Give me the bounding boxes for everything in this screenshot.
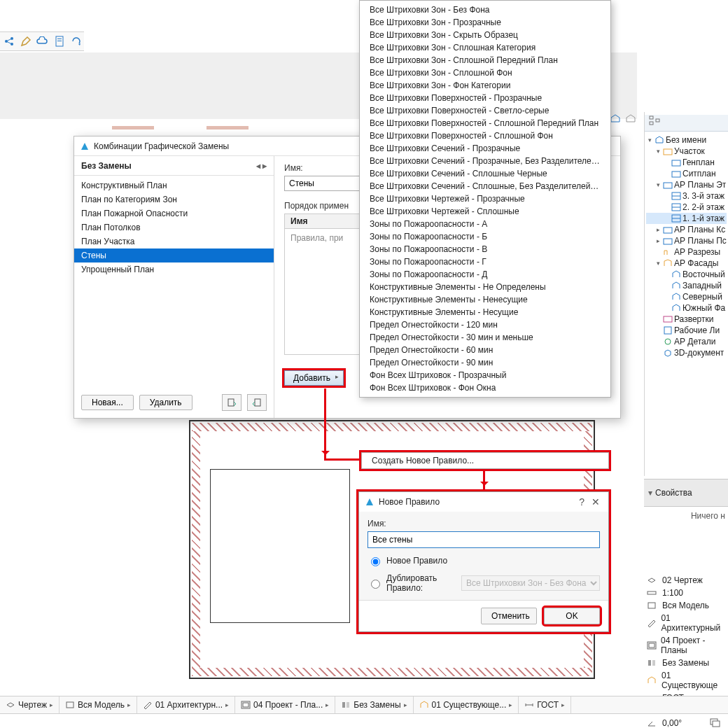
dropdown-item[interactable]: Все Штриховки Поверхностей - Сплошной Пе… — [360, 117, 610, 130]
combinations-list[interactable]: Конструктивный ПланПлан по Категориям Зо… — [74, 176, 274, 279]
status-segment[interactable]: 04 Проект - Пла...▸ — [235, 696, 335, 713]
dropdown-item[interactable]: Все Штриховки Поверхностей - Светло-серы… — [360, 104, 610, 117]
combination-item[interactable]: Стены — [74, 248, 274, 262]
dropdown-item[interactable]: Все Штриховки Сечений - Прозрачные, Без … — [360, 155, 610, 167]
close-icon[interactable]: ✕ — [589, 496, 603, 507]
dropdown-item[interactable]: Все Штриховки Зон - Фон Категории — [360, 79, 610, 92]
export-button[interactable] — [247, 394, 267, 411]
new-combination-button[interactable]: Новая... — [81, 395, 134, 410]
combination-item[interactable]: Конструктивный План — [74, 178, 274, 192]
nav-item[interactable]: Развертки — [646, 314, 727, 325]
radio-new-rule[interactable] — [371, 557, 380, 566]
window-stack-icon[interactable] — [708, 717, 722, 728]
help-icon[interactable]: ? — [579, 496, 584, 507]
nav-item[interactable]: 3D-документ — [646, 347, 727, 358]
quick-option-row[interactable]: 01 Существующе — [644, 669, 728, 692]
nav-item[interactable]: ▾Без имени — [646, 134, 727, 146]
add-rule-button[interactable]: Добавить — [284, 370, 344, 386]
combination-item[interactable]: План Потолков — [74, 220, 274, 234]
rule-dropdown-list[interactable]: Все Штриховки Зон - Без ФонаВсе Штриховк… — [359, 0, 611, 398]
quick-option-row[interactable]: Вся Модель — [644, 599, 728, 612]
nav-item[interactable]: ▾АР Фасады — [646, 258, 727, 269]
dropdown-item[interactable]: Все Штриховки Зон - Сплошной Фон — [360, 66, 610, 79]
dropdown-item[interactable]: Предел Огнестойкости - 90 мин — [360, 356, 610, 369]
dropdown-item[interactable]: Все Штриховки Зон - Сплошной Передний Пл… — [360, 54, 610, 66]
nav-item[interactable]: Ситплан — [646, 168, 727, 179]
dropdown-item[interactable]: Конструктивные Элементы - Несущие — [360, 306, 610, 318]
dropdown-item[interactable]: Все Штриховки Сечений - Сплошные Черные — [360, 167, 610, 180]
dropdown-item[interactable]: Все Штриховки Чертежей - Сплошные — [360, 205, 610, 218]
dropdown-item[interactable]: Конструктивные Элементы - Ненесущие — [360, 293, 610, 306]
dropdown-item[interactable]: Зоны по Пожароопасности - Д — [360, 268, 610, 281]
combination-item[interactable]: План Пожарной Опасности — [74, 206, 274, 220]
house-icon[interactable] — [624, 112, 637, 125]
navigator-toolbar[interactable] — [645, 115, 728, 132]
status-segment[interactable]: Чертеж▸ — [0, 696, 59, 713]
dropdown-item[interactable]: Зоны по Пожароопасности - Б — [360, 230, 610, 243]
dropdown-item[interactable]: Все Штриховки Зон - Прозрачные — [360, 16, 610, 29]
quick-option-row[interactable]: 02 Чертеж — [644, 574, 728, 587]
navigator-tree[interactable]: ▾Без имени▾УчастокГенпланСитплан▾АР План… — [645, 132, 728, 361]
status-segment[interactable]: 01 Существующе...▸ — [414, 696, 519, 713]
new-rule-name-input[interactable] — [368, 531, 600, 548]
pencil-icon[interactable] — [20, 35, 32, 48]
combination-item[interactable]: Упрощенный План — [74, 262, 274, 276]
delete-combination-button[interactable]: Удалить — [139, 395, 192, 410]
create-new-rule-item[interactable]: Создать Новое Правило... — [359, 450, 611, 471]
nav-item[interactable]: ▸АР Планы Кс — [646, 224, 727, 235]
new-rule-titlebar[interactable]: Новое Правило ? ✕ — [359, 492, 608, 512]
properties-header[interactable]: ▾ Свойства — [644, 479, 728, 507]
dropdown-item[interactable]: Предел Огнестойкости - 120 мин — [360, 318, 610, 331]
nav-item[interactable]: 2. 2-й этаж — [646, 202, 727, 213]
create-new-rule-label[interactable]: Создать Новое Правило... — [361, 452, 609, 469]
dropdown-item[interactable]: Зоны по Пожароопасности - В — [360, 243, 610, 255]
nav-item[interactable]: 1. 1-й этаж — [646, 213, 727, 224]
dropdown-item[interactable]: Все Штриховки Зон - Без Фона — [360, 4, 610, 16]
nav-item[interactable]: ▾АР Планы Эт — [646, 179, 727, 190]
dropdown-item[interactable]: Зоны по Пожароопасности - Г — [360, 255, 610, 268]
quick-option-row[interactable]: 01 Архитектурный — [644, 612, 728, 634]
nav-item[interactable]: Южный Фа — [646, 302, 727, 314]
dropdown-item[interactable]: Предел Огнестойкости - 30 мин и меньше — [360, 331, 610, 344]
dropdown-item[interactable]: Все Штриховки Чертежей - Прозрачные — [360, 192, 610, 205]
dropdown-item[interactable]: Конструктивные Элементы - Не Определены — [360, 281, 610, 293]
status-segment[interactable]: 01 Архитектурн...▸ — [137, 696, 235, 713]
nav-item[interactable]: АР Разрезы — [646, 246, 727, 258]
cloud-icon[interactable] — [36, 35, 49, 48]
nav-item[interactable]: Рабочие Ли — [646, 325, 727, 336]
nav-item[interactable]: Восточный — [646, 269, 727, 280]
nav-item[interactable]: 3. 3-й этаж — [646, 190, 727, 202]
quick-option-row[interactable]: 04 Проект - Планы — [644, 634, 728, 657]
status-segment[interactable]: ГОСТ▸ — [519, 696, 571, 713]
radio-duplicate-rule[interactable] — [371, 580, 380, 589]
ok-button[interactable]: OK — [544, 608, 600, 624]
nav-item[interactable]: Генплан — [646, 157, 727, 168]
combinations-header[interactable]: Без Замены ◂ ▸ — [74, 156, 274, 176]
combination-item[interactable]: План по Категориям Зон — [74, 192, 274, 206]
quick-option-row[interactable]: Без Замены — [644, 657, 728, 669]
share-icon[interactable] — [3, 35, 15, 48]
dropdown-item[interactable]: Предел Огнестойкости - 60 мин — [360, 344, 610, 356]
dropdown-item[interactable]: Все Штриховки Сечений - Сплошные, Без Ра… — [360, 180, 610, 192]
dropdown-item[interactable]: Все Штриховки Поверхностей - Сплошной Фо… — [360, 130, 610, 142]
dropdown-item[interactable]: Зоны по Пожароопасности - А — [360, 218, 610, 230]
dropdown-item[interactable]: Фон Всех Штриховок - Фон Окна — [360, 382, 610, 394]
nav-item[interactable]: ▸АР Планы Пс — [646, 235, 727, 246]
doc-icon[interactable] — [53, 35, 66, 48]
nav-item[interactable]: ▾Участок — [646, 146, 727, 157]
status-segment[interactable]: Без Замены▸ — [335, 696, 413, 713]
dropdown-item[interactable]: Все Штриховки Сечений - Прозрачные — [360, 142, 610, 155]
cancel-button[interactable]: Отменить — [481, 608, 537, 624]
import-button[interactable] — [222, 394, 241, 411]
nav-item[interactable]: Западный — [646, 280, 727, 291]
rotate-icon[interactable] — [70, 35, 83, 48]
dropdown-item[interactable]: Все Штриховки Зон - Скрыть Образец — [360, 29, 610, 41]
dropdown-item[interactable]: Все Штриховки Поверхностей - Прозрачные — [360, 92, 610, 104]
dropdown-item[interactable]: Все Штриховки Зон - Сплошная Категория — [360, 41, 610, 54]
combination-item[interactable]: План Участка — [74, 234, 274, 248]
quick-option-row[interactable]: 1:100 — [644, 587, 728, 599]
dropdown-item[interactable]: Фон Всех Штриховок - Прозрачный — [360, 369, 610, 382]
status-segment[interactable]: Вся Модель▸ — [59, 696, 137, 713]
nav-item[interactable]: АР Детали — [646, 336, 727, 347]
nav-item[interactable]: Северный — [646, 291, 727, 302]
